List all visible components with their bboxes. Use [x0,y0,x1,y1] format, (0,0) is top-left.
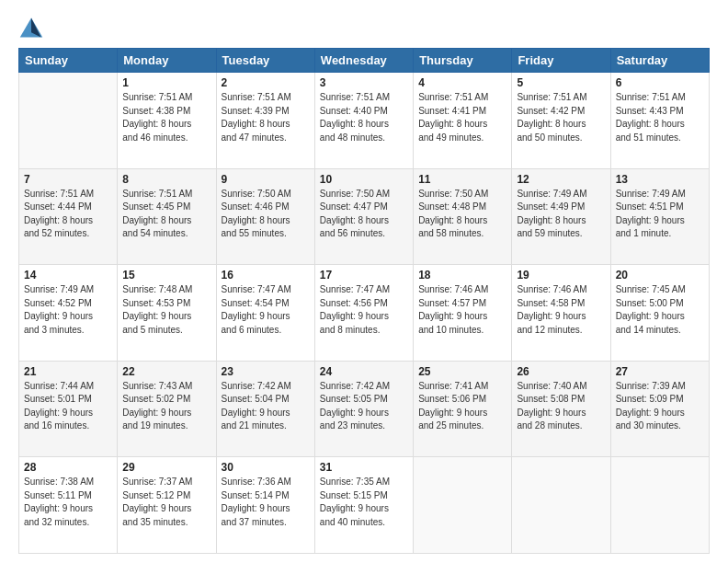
calendar-cell: 15Sunrise: 7:48 AMSunset: 4:53 PMDayligh… [118,265,216,362]
calendar-header: SundayMondayTuesdayWednesdayThursdayFrid… [19,49,710,73]
day-info: Sunrise: 7:40 AMSunset: 5:08 PMDaylight:… [517,380,605,433]
day-number: 5 [517,76,605,89]
calendar-cell: 27Sunrise: 7:39 AMSunset: 5:09 PMDayligh… [610,361,709,457]
day-number: 10 [320,173,408,186]
day-info: Sunrise: 7:51 AMSunset: 4:41 PMDaylight:… [418,91,506,144]
weekday-header-friday: Friday [512,49,610,73]
calendar-cell: 11Sunrise: 7:50 AMSunset: 4:48 PMDayligh… [414,168,512,265]
day-number: 24 [320,365,408,378]
calendar-cell: 19Sunrise: 7:46 AMSunset: 4:58 PMDayligh… [512,265,610,362]
day-number: 27 [616,365,704,378]
day-number: 1 [122,76,210,89]
day-info: Sunrise: 7:42 AMSunset: 5:05 PMDaylight:… [320,380,408,433]
day-info: Sunrise: 7:35 AMSunset: 5:15 PMDaylight:… [320,476,408,529]
day-info: Sunrise: 7:51 AMSunset: 4:43 PMDaylight:… [616,91,704,144]
day-number: 13 [616,173,704,186]
day-info: Sunrise: 7:49 AMSunset: 4:49 PMDaylight:… [517,188,605,241]
day-info: Sunrise: 7:42 AMSunset: 5:04 PMDaylight:… [222,380,310,433]
day-number: 22 [122,365,210,378]
calendar-cell: 5Sunrise: 7:51 AMSunset: 4:42 PMDaylight… [512,73,610,169]
day-number: 3 [320,76,408,89]
calendar-week-5: 28Sunrise: 7:38 AMSunset: 5:11 PMDayligh… [19,457,710,554]
header [18,15,710,40]
weekday-header-saturday: Saturday [610,49,709,73]
day-number: 16 [222,269,310,282]
day-info: Sunrise: 7:36 AMSunset: 5:14 PMDaylight:… [222,476,310,529]
calendar-cell: 25Sunrise: 7:41 AMSunset: 5:06 PMDayligh… [414,361,512,457]
calendar-cell: 14Sunrise: 7:49 AMSunset: 4:52 PMDayligh… [19,265,118,362]
calendar-cell: 31Sunrise: 7:35 AMSunset: 5:15 PMDayligh… [314,457,413,554]
calendar-cell: 1Sunrise: 7:51 AMSunset: 4:38 PMDaylight… [118,73,216,169]
calendar-cell: 16Sunrise: 7:47 AMSunset: 4:54 PMDayligh… [216,265,314,362]
day-number: 9 [222,173,310,186]
calendar-cell: 7Sunrise: 7:51 AMSunset: 4:44 PMDaylight… [19,168,118,265]
calendar-week-2: 7Sunrise: 7:51 AMSunset: 4:44 PMDaylight… [19,168,710,265]
day-info: Sunrise: 7:41 AMSunset: 5:06 PMDaylight:… [418,380,506,433]
calendar-cell: 21Sunrise: 7:44 AMSunset: 5:01 PMDayligh… [19,361,118,457]
day-info: Sunrise: 7:51 AMSunset: 4:38 PMDaylight:… [122,91,210,144]
day-number: 17 [320,269,408,282]
day-number: 20 [616,269,704,282]
day-info: Sunrise: 7:51 AMSunset: 4:40 PMDaylight:… [320,91,408,144]
calendar-cell [610,457,709,554]
day-info: Sunrise: 7:47 AMSunset: 4:54 PMDaylight:… [222,283,310,337]
day-number: 18 [418,269,506,282]
calendar-cell: 4Sunrise: 7:51 AMSunset: 4:41 PMDaylight… [414,73,512,169]
day-number: 6 [616,76,704,89]
day-number: 19 [517,269,605,282]
calendar-week-1: 1Sunrise: 7:51 AMSunset: 4:38 PMDaylight… [19,73,710,169]
day-info: Sunrise: 7:44 AMSunset: 5:01 PMDaylight:… [24,380,112,433]
calendar-week-3: 14Sunrise: 7:49 AMSunset: 4:52 PMDayligh… [19,265,710,362]
day-info: Sunrise: 7:50 AMSunset: 4:46 PMDaylight:… [222,188,310,241]
day-info: Sunrise: 7:49 AMSunset: 4:51 PMDaylight:… [616,188,704,241]
calendar-body: 1Sunrise: 7:51 AMSunset: 4:38 PMDaylight… [19,73,710,554]
weekday-header-thursday: Thursday [414,49,512,73]
calendar-table: SundayMondayTuesdayWednesdayThursdayFrid… [18,48,710,554]
calendar-cell: 22Sunrise: 7:43 AMSunset: 5:02 PMDayligh… [118,361,216,457]
calendar-cell: 10Sunrise: 7:50 AMSunset: 4:47 PMDayligh… [314,168,413,265]
day-info: Sunrise: 7:51 AMSunset: 4:45 PMDaylight:… [122,188,210,241]
day-info: Sunrise: 7:49 AMSunset: 4:52 PMDaylight:… [24,283,112,337]
day-info: Sunrise: 7:43 AMSunset: 5:02 PMDaylight:… [122,380,210,433]
calendar-cell: 26Sunrise: 7:40 AMSunset: 5:08 PMDayligh… [512,361,610,457]
calendar-cell: 29Sunrise: 7:37 AMSunset: 5:12 PMDayligh… [118,457,216,554]
day-info: Sunrise: 7:46 AMSunset: 4:58 PMDaylight:… [517,283,605,337]
calendar-cell: 12Sunrise: 7:49 AMSunset: 4:49 PMDayligh… [512,168,610,265]
calendar-cell: 3Sunrise: 7:51 AMSunset: 4:40 PMDaylight… [314,73,413,169]
day-number: 23 [222,365,310,378]
calendar-cell: 9Sunrise: 7:50 AMSunset: 4:46 PMDaylight… [216,168,314,265]
calendar-cell [512,457,610,554]
calendar-cell: 13Sunrise: 7:49 AMSunset: 4:51 PMDayligh… [610,168,709,265]
calendar-cell: 2Sunrise: 7:51 AMSunset: 4:39 PMDaylight… [216,73,314,169]
day-number: 31 [320,461,408,474]
logo-icon [18,15,44,40]
day-info: Sunrise: 7:50 AMSunset: 4:47 PMDaylight:… [320,188,408,241]
calendar-cell: 6Sunrise: 7:51 AMSunset: 4:43 PMDaylight… [610,73,709,169]
day-info: Sunrise: 7:38 AMSunset: 5:11 PMDaylight:… [24,476,112,529]
day-number: 12 [517,173,605,186]
day-info: Sunrise: 7:47 AMSunset: 4:56 PMDaylight:… [320,283,408,337]
calendar-cell: 30Sunrise: 7:36 AMSunset: 5:14 PMDayligh… [216,457,314,554]
calendar-cell: 23Sunrise: 7:42 AMSunset: 5:04 PMDayligh… [216,361,314,457]
day-number: 4 [418,76,506,89]
day-number: 21 [24,365,112,378]
day-number: 28 [24,461,112,474]
day-info: Sunrise: 7:51 AMSunset: 4:44 PMDaylight:… [24,188,112,241]
logo [18,15,48,40]
calendar-cell [19,73,118,169]
calendar-cell: 18Sunrise: 7:46 AMSunset: 4:57 PMDayligh… [414,265,512,362]
day-number: 26 [517,365,605,378]
day-info: Sunrise: 7:48 AMSunset: 4:53 PMDaylight:… [122,283,210,337]
day-info: Sunrise: 7:37 AMSunset: 5:12 PMDaylight:… [122,476,210,529]
day-number: 8 [122,173,210,186]
day-info: Sunrise: 7:50 AMSunset: 4:48 PMDaylight:… [418,188,506,241]
calendar-cell: 24Sunrise: 7:42 AMSunset: 5:05 PMDayligh… [314,361,413,457]
calendar-cell: 28Sunrise: 7:38 AMSunset: 5:11 PMDayligh… [19,457,118,554]
day-info: Sunrise: 7:51 AMSunset: 4:42 PMDaylight:… [517,91,605,144]
day-number: 15 [122,269,210,282]
day-info: Sunrise: 7:45 AMSunset: 5:00 PMDaylight:… [616,283,704,337]
day-number: 7 [24,173,112,186]
day-info: Sunrise: 7:46 AMSunset: 4:57 PMDaylight:… [418,283,506,337]
weekday-header-tuesday: Tuesday [216,49,314,73]
calendar-week-4: 21Sunrise: 7:44 AMSunset: 5:01 PMDayligh… [19,361,710,457]
